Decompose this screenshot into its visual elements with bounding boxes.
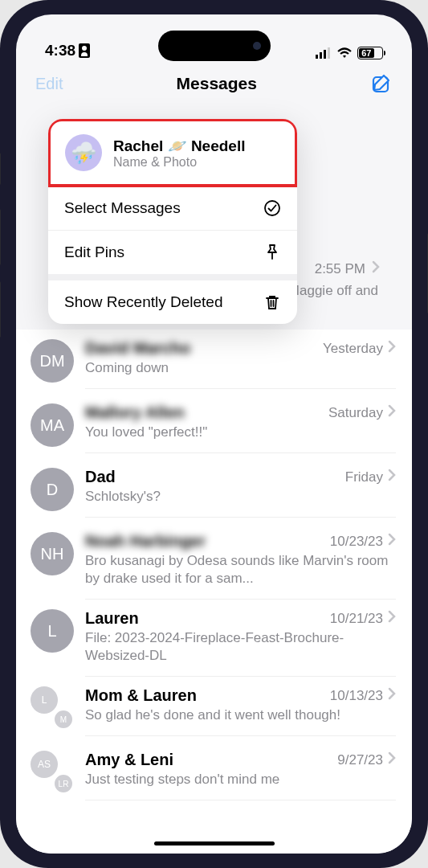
chevron-right-icon	[388, 610, 396, 627]
conversation-time: 10/13/23	[330, 687, 396, 704]
chevron-right-icon	[388, 404, 396, 421]
avatar: L	[31, 609, 74, 653]
svg-rect-1	[320, 52, 322, 59]
conversation-time: 10/23/23	[330, 533, 396, 550]
conversation-row[interactable]: NHNoah Harbinger10/23/23 Bro kusanagi by…	[16, 522, 412, 600]
conversation-name: Amy & Leni	[85, 751, 173, 769]
avatar: DM	[31, 339, 74, 383]
compose-button[interactable]	[370, 72, 393, 95]
contact-card-icon	[79, 43, 90, 58]
profile-row[interactable]: ⛈️ Rachel 🪐 Needell Name & Photo	[48, 119, 297, 187]
chevron-right-icon	[388, 533, 396, 550]
nav-bar: Edit Messages	[16, 63, 412, 108]
conversation-row[interactable]: DMDavid MarchoYesterday Coming down	[16, 330, 412, 394]
dynamic-island	[158, 31, 271, 61]
conversation-preview: Just testing steps don't mind me	[85, 771, 396, 788]
page-title: Messages	[177, 74, 257, 93]
avatar: MA	[31, 403, 74, 447]
conversation-time: Friday	[345, 469, 396, 485]
conversation-time: 9/27/23	[337, 751, 396, 768]
show-recently-deleted-item[interactable]: Show Recently Deleted	[48, 280, 297, 324]
conversation-name: Dad	[85, 468, 116, 486]
home-indicator[interactable]	[154, 841, 275, 845]
conversation-list[interactable]: DMDavid MarchoYesterday Coming downMAMal…	[16, 330, 412, 854]
profile-name: Rachel 🪐 Needell	[113, 137, 245, 155]
conversation-name: Noah Harbinger	[85, 532, 206, 551]
avatar: NH	[31, 532, 74, 575]
chevron-right-icon	[372, 260, 380, 277]
svg-rect-2	[324, 50, 326, 59]
conversation-row[interactable]: ASLRAmy & Leni9/27/23 Just testing steps…	[16, 741, 412, 805]
conversation-name: Mallory Allen	[85, 403, 185, 422]
chevron-right-icon	[388, 340, 396, 357]
cellular-signal-icon	[316, 47, 332, 59]
phone-frame: 4:38 67 Edit Messages	[0, 0, 428, 868]
conversation-row[interactable]: DDadFriday Schlotsky's?	[16, 458, 412, 522]
trash-icon	[263, 293, 281, 311]
compose-icon	[370, 72, 393, 95]
battery-icon: 67	[357, 47, 383, 59]
conversation-preview: You loved "perfect!!"	[85, 424, 396, 441]
svg-point-5	[265, 201, 279, 215]
conversation-row[interactable]: LLauren10/21/23 File: 2023-2024-Fireplac…	[16, 600, 412, 677]
conversation-preview: File: 2023-2024-Fireplace-Feast-Brochure…	[85, 629, 396, 665]
conversation-name: Lauren	[85, 609, 139, 628]
conversation-name: Mom & Lauren	[85, 686, 197, 705]
profile-avatar: ⛈️	[65, 134, 102, 171]
conversation-time: Saturday	[328, 404, 396, 421]
chevron-right-icon	[388, 469, 396, 485]
edit-popover: ⛈️ Rachel 🪐 Needell Name & Photo Select …	[48, 119, 297, 324]
conversation-time: 2:55 PM	[315, 261, 365, 277]
conversation-time: Yesterday	[323, 340, 396, 357]
screen: 4:38 67 Edit Messages	[16, 14, 412, 854]
avatar-group: LM	[31, 686, 74, 730]
check-circle-icon	[263, 199, 281, 217]
avatar: D	[31, 468, 74, 511]
pin-icon	[263, 244, 281, 261]
conversation-time: 10/21/23	[330, 610, 396, 627]
profile-subtitle: Name & Photo	[113, 155, 245, 170]
edit-button[interactable]: Edit	[35, 75, 63, 93]
edit-pins-item[interactable]: Edit Pins	[48, 230, 297, 274]
select-messages-item[interactable]: Select Messages	[48, 186, 297, 230]
chevron-right-icon	[388, 751, 396, 768]
chevron-right-icon	[388, 687, 396, 704]
conversation-preview: Bro kusanagi by Odesa sounds like Marvin…	[85, 552, 396, 588]
svg-rect-3	[328, 47, 330, 59]
status-time: 4:38	[45, 42, 75, 59]
conversation-row[interactable]: LMMom & Lauren10/13/23 So glad he's done…	[16, 677, 412, 741]
conversation-preview: Schlotsky's?	[85, 488, 396, 506]
conversation-preview: Coming down	[85, 359, 396, 377]
conversation-preview: So glad he's done and it went well thoug…	[85, 706, 396, 724]
conversation-name: David Marcho	[85, 339, 190, 358]
avatar-group: ASLR	[31, 751, 74, 794]
svg-rect-0	[316, 55, 318, 59]
wifi-icon	[336, 47, 353, 59]
conversation-row[interactable]: MAMallory AllenSaturday You loved "perfe…	[16, 394, 412, 458]
